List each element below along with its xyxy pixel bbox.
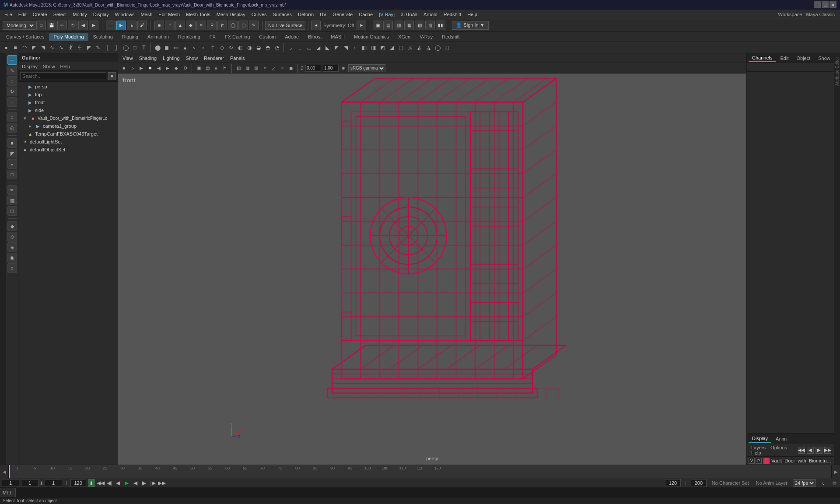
- menu-help[interactable]: Help: [465, 11, 480, 18]
- tab-redshift[interactable]: Redshift: [438, 33, 464, 41]
- tool-nurbs-sphere[interactable]: ⬤: [153, 43, 162, 52]
- vp-tb-dof[interactable]: ◼: [287, 64, 295, 72]
- tool-arc[interactable]: ◠: [20, 43, 29, 52]
- outliner-menu-show[interactable]: Show: [41, 64, 57, 69]
- menu-display[interactable]: Display: [91, 11, 112, 18]
- tool-attach[interactable]: ◡: [304, 43, 313, 52]
- tool-boundary[interactable]: ◑: [245, 43, 254, 52]
- tool-rebuild[interactable]: ◨: [369, 43, 378, 52]
- vp-menu-panels[interactable]: Panels: [228, 55, 248, 62]
- tool-open-close[interactable]: ◣: [323, 43, 332, 52]
- tab-curves-surfaces[interactable]: Curves / Surfaces: [2, 33, 49, 41]
- pb-next-frame[interactable]: ▶: [140, 479, 148, 487]
- tb-select[interactable]: ⸻: [106, 21, 116, 30]
- vp-menu-lighting[interactable]: Lighting: [160, 55, 182, 62]
- rp-tab-object[interactable]: Object: [793, 55, 814, 62]
- vp-tb-ao[interactable]: ◾: [278, 64, 286, 72]
- vp-menu-view[interactable]: View: [120, 55, 136, 62]
- tool-snap-to-view[interactable]: □: [7, 170, 17, 179]
- menu-curves[interactable]: Curves: [249, 11, 270, 18]
- tool-scale-cv[interactable]: ◥: [341, 43, 350, 52]
- tool-plane[interactable]: ▫: [199, 43, 208, 52]
- layer-p-btn[interactable]: P: [756, 458, 762, 464]
- tb-paint[interactable]: 🖌: [137, 21, 147, 30]
- tab-xgen[interactable]: XGen: [394, 33, 415, 41]
- tb-icon-5[interactable]: ◀: [78, 21, 88, 30]
- outliner-item-front[interactable]: ▶ front: [18, 98, 118, 106]
- tab-bifrost[interactable]: Bifrost: [304, 33, 326, 41]
- menu-generate[interactable]: Generate: [330, 11, 355, 18]
- menu-edit-mesh[interactable]: Edit Mesh: [156, 11, 182, 18]
- layer-ctrl-prev-prev[interactable]: ◀◀: [798, 447, 805, 454]
- tool-cone[interactable]: ▲: [181, 43, 189, 52]
- no-live-surface-button[interactable]: No Live Surface: [265, 21, 305, 30]
- rp-tab-show[interactable]: Show: [815, 55, 834, 62]
- outliner-item-tempcam[interactable]: ▲ TempCamFBXASC046Target: [18, 130, 118, 138]
- vp-tb-grid[interactable]: #: [212, 64, 220, 72]
- tool-move[interactable]: ↕: [7, 76, 17, 86]
- frame-current-input[interactable]: [21, 479, 38, 487]
- tool-select-btn[interactable]: ⸻: [7, 55, 17, 65]
- outliner-item-camera1-group[interactable]: ► ▶ camera1_group: [18, 122, 118, 130]
- layer-color-swatch[interactable]: [763, 458, 770, 464]
- vp-tb-2[interactable]: ▷: [129, 64, 136, 72]
- tool-bezier[interactable]: ◥: [38, 43, 47, 52]
- layer-ctrl-next-next[interactable]: ▶▶: [824, 447, 831, 454]
- tb-select-active[interactable]: ▶: [116, 21, 126, 30]
- viewport-canvas[interactable]: front: [118, 74, 746, 465]
- tb-render-5[interactable]: ▧: [415, 21, 424, 30]
- menu-file[interactable]: File: [2, 11, 15, 18]
- vp-tb-gate-mask[interactable]: ▤: [203, 64, 211, 72]
- camera-far-input[interactable]: [323, 65, 339, 72]
- tb-render-6[interactable]: ▨: [425, 21, 435, 30]
- outliner-item-defaultobjectset[interactable]: ● defaultObjectSet: [18, 146, 118, 154]
- close-button[interactable]: ✕: [830, 1, 836, 8]
- frame-total-input[interactable]: [691, 479, 707, 487]
- tool-show-manip[interactable]: ◴: [7, 123, 17, 133]
- tool-pencil[interactable]: ✎: [94, 43, 102, 52]
- tb-snap-6[interactable]: ⚲: [207, 21, 217, 30]
- tb-render-4[interactable]: ▦: [404, 21, 414, 30]
- menu-redshift[interactable]: Redshift: [441, 11, 464, 18]
- outliner-item-side[interactable]: ▶ side: [18, 106, 118, 114]
- pb-prev-frame[interactable]: ◀: [114, 479, 122, 487]
- tb-sym-right[interactable]: ►: [357, 21, 366, 30]
- tool-quad-view[interactable]: ▧: [7, 196, 17, 205]
- layer-menu-options[interactable]: Options: [769, 445, 789, 450]
- menu-edit[interactable]: Edit: [16, 11, 29, 18]
- loop-btn[interactable]: ♾: [830, 479, 838, 487]
- layer-ctrl-prev[interactable]: ◀: [807, 447, 814, 454]
- tb-icon-6[interactable]: ▶: [89, 21, 98, 30]
- tb-snap-3[interactable]: ▲: [175, 21, 185, 30]
- tb-icon-3[interactable]: ⤺: [57, 21, 67, 30]
- tab-rigging[interactable]: Rigging: [118, 33, 143, 41]
- menu-surfaces[interactable]: Surfaces: [270, 11, 294, 18]
- menu-mesh-display[interactable]: Mesh Display: [214, 11, 248, 18]
- camera-near-input[interactable]: [305, 65, 321, 72]
- minimize-button[interactable]: −: [814, 1, 821, 8]
- tab-mash[interactable]: MASH: [326, 33, 349, 41]
- outliner-item-defaultlightset[interactable]: ☀ defaultLightSet: [18, 138, 118, 146]
- vp-tb-shadows[interactable]: ◿: [270, 64, 277, 72]
- timeline-scroll-left[interactable]: ◀: [0, 465, 9, 478]
- layer-ctrl-next[interactable]: ▶: [816, 447, 822, 454]
- tab-custom[interactable]: Custom: [255, 33, 280, 41]
- workspace-dropdown[interactable]: Modeling: [3, 21, 35, 30]
- pb-play-fwd[interactable]: ▶: [123, 479, 131, 487]
- vp-tb-img-plane[interactable]: ▣: [195, 64, 203, 72]
- tool-helix[interactable]: ♰: [75, 43, 84, 52]
- tool-curve[interactable]: ◤: [29, 43, 38, 52]
- tool-frame-selected[interactable]: ◻: [7, 206, 17, 216]
- tool-rotate[interactable]: ↻: [7, 87, 17, 96]
- tb-icon-2[interactable]: 💾: [47, 21, 56, 30]
- tool-snap-to-grid[interactable]: ■: [7, 138, 17, 148]
- tool-sculpt-1[interactable]: ◆: [7, 221, 17, 231]
- layer-menu-layers[interactable]: Layers: [749, 445, 767, 450]
- vp-tb-1[interactable]: ■: [120, 64, 128, 72]
- outliner-item-persp[interactable]: ▶ persp: [18, 83, 118, 91]
- menu-modify[interactable]: Modify: [70, 11, 89, 18]
- vp-menu-renderer[interactable]: Renderer: [201, 55, 227, 62]
- outliner-item-vault-door[interactable]: ▼ ■ Vault_Door_with_BiometricFingerLo: [18, 114, 118, 122]
- vp-tb-hud[interactable]: H: [221, 64, 229, 72]
- frame-end-display[interactable]: [45, 479, 62, 487]
